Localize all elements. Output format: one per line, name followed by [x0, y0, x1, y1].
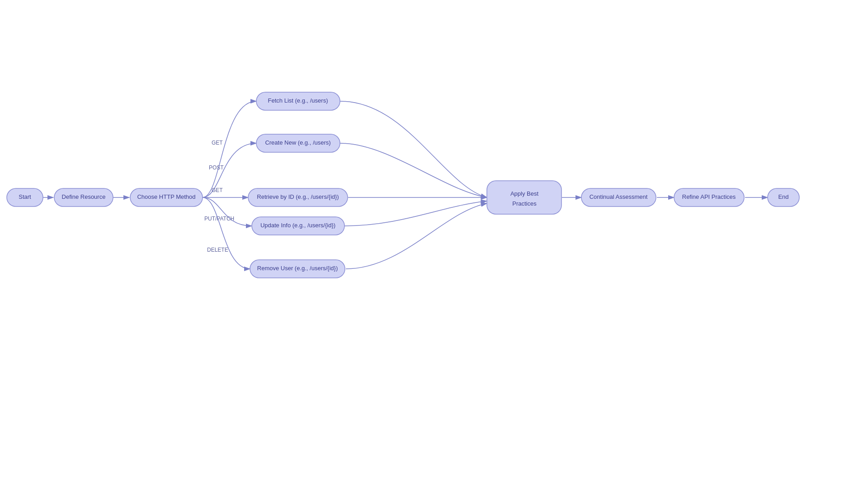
label-delete: DELETE — [207, 247, 228, 253]
node-apply-best-label-1: Apply Best — [510, 190, 539, 197]
node-apply-best-label-2: Practices — [512, 200, 537, 207]
node-apply-best — [487, 181, 561, 214]
node-start-label: Start — [19, 193, 31, 200]
node-continual-label: Continual Assessment — [590, 193, 648, 200]
label-putpatch: PUT/PATCH — [204, 216, 234, 222]
node-remove-user-label: Remove User (e.g., /users/{id}) — [257, 265, 338, 272]
node-end-label: End — [778, 193, 788, 200]
background — [0, 0, 868, 488]
label-get1: GET — [212, 140, 223, 146]
node-fetch-list-label: Fetch List (e.g., /users) — [268, 97, 328, 104]
node-refine-api-label: Refine API Practices — [682, 193, 736, 200]
node-define-resource-label: Define Resource — [62, 193, 106, 200]
node-choose-http-label: Choose HTTP Method — [137, 193, 195, 200]
label-get2: GET — [212, 187, 223, 193]
label-post: POST — [209, 164, 224, 171]
node-update-info-label: Update Info (e.g., /users/{id}) — [260, 222, 335, 229]
node-retrieve-by-id-label: Retrieve by ID (e.g., /users/{id}) — [257, 193, 339, 200]
node-create-new-label: Create New (e.g., /users) — [265, 139, 330, 146]
